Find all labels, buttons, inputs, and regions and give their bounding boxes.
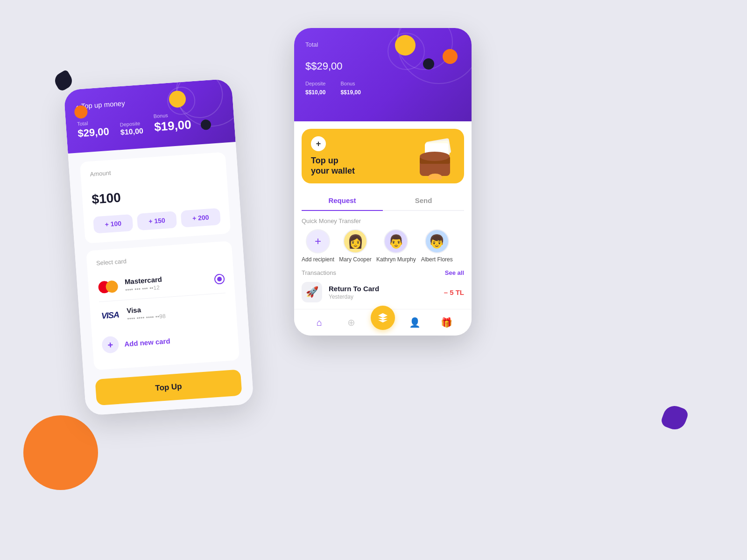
visa-logo: VISA <box>99 308 121 323</box>
rh-bonus-value: $$19,00 <box>340 86 360 97</box>
wallet-illustration <box>413 138 455 175</box>
rh-orange-blob <box>443 49 458 64</box>
rh-deposit-value: $$10,00 <box>305 86 325 97</box>
amount-buttons: + 100 + 150 + 200 <box>93 208 221 234</box>
visa-text: VISA <box>101 310 119 321</box>
rh-yellow-blob <box>395 35 416 56</box>
albert-avatar: 👦 <box>425 229 449 253</box>
bonus-value: $19,00 <box>154 118 191 134</box>
transaction-item-1[interactable]: 🚀 Return To Card Yesterday – 5 TL <box>302 282 464 302</box>
recipient-kathryn[interactable]: 👨 Kathryn Murphy <box>376 229 416 263</box>
tabs-row: Request Send <box>302 191 464 211</box>
nav-search[interactable]: ⊕ <box>335 317 367 328</box>
rh-bonus-label: Bonus <box>340 81 360 86</box>
right-phone-header: Total $$29,00 Deposite $$10,00 Bonus $$1… <box>294 28 472 121</box>
nav-profile[interactable]: 👤 <box>399 317 430 328</box>
left-phone-body: Amount $100 + 100 + 150 + 200 Select car… <box>68 142 254 416</box>
mary-avatar: 👩 <box>343 229 367 253</box>
layers-icon <box>377 312 388 323</box>
mc-orange-circle <box>106 280 119 293</box>
add-recipient-avatar: + <box>306 229 330 253</box>
wallet-card-title: Top up your wallet <box>311 156 355 176</box>
blob-purple <box>660 403 690 433</box>
quick-transfer-label: Quick Money Transfer <box>302 217 464 224</box>
topup-button[interactable]: Top Up <box>95 369 242 406</box>
left-phone-header: ‹ Top up money Total $29,00 Deposite $10… <box>63 78 236 154</box>
tx-info-1: Return To Card Yesterday <box>329 285 437 300</box>
tab-send[interactable]: Send <box>383 191 464 210</box>
nav-center[interactable] <box>367 315 399 330</box>
wallet-card-left: + Top up your wallet <box>311 136 355 176</box>
recipient-mary[interactable]: 👩 Mary Cooper <box>339 229 372 263</box>
add-card-icon: + <box>101 336 119 354</box>
recipients-row: + Add recipient 👩 Mary Cooper 👨 Kathryn … <box>294 229 472 263</box>
wallet-title-line1: Top up <box>311 156 338 165</box>
deposit-label: Deposite <box>120 120 143 127</box>
transactions-header: Transactions See all <box>302 269 464 276</box>
select-card-label: Select card <box>96 251 223 266</box>
add-card-label: Add new card <box>124 336 170 348</box>
radio-selected <box>217 276 222 281</box>
total-value: $29,00 <box>78 126 110 140</box>
blob-black <box>52 69 75 92</box>
nav-home[interactable]: ⌂ <box>303 317 335 328</box>
tab-send-label: Send <box>415 196 432 204</box>
search-icon: ⊕ <box>347 317 355 328</box>
visa-info: Visa •••• •••• •••• ••98 <box>127 300 227 322</box>
see-all-button[interactable]: See all <box>445 269 464 276</box>
deposit-value: $10,00 <box>120 127 143 137</box>
nav-center-button[interactable] <box>371 306 395 330</box>
transactions-label: Transactions <box>302 269 336 276</box>
amount-btn-150[interactable]: + 150 <box>137 211 177 231</box>
rh-deposit-label: Deposite <box>305 81 325 86</box>
tx-name-1: Return To Card <box>329 285 437 293</box>
tx-date-1: Yesterday <box>329 294 437 300</box>
amount-section: Amount $100 + 100 + 150 + 200 <box>80 152 231 244</box>
profile-icon: 👤 <box>409 317 421 328</box>
rh-black-blob <box>423 58 434 70</box>
rh-total-number: $29,00 <box>311 60 342 72</box>
transactions-section: Transactions See all 🚀 Return To Card Ye… <box>294 269 472 302</box>
tab-request-label: Request <box>328 196 356 204</box>
gift-icon: 🎁 <box>441 317 452 328</box>
tx-icon-1: 🚀 <box>302 282 322 302</box>
mastercard-info: Mastercard •••• ••• ••• ••12 <box>124 272 208 293</box>
recipient-albert[interactable]: 👦 Albert Flores <box>421 229 453 263</box>
deposit-stat: Deposite $10,00 <box>120 120 143 137</box>
rh-bonus-stat: Bonus $$19,00 <box>340 81 360 97</box>
mary-name: Mary Cooper <box>339 256 371 263</box>
amount-number: 100 <box>99 190 121 206</box>
add-recipient-label: Add recipient <box>302 256 334 263</box>
tab-request[interactable]: Request <box>302 191 383 211</box>
home-icon: ⌂ <box>317 317 322 328</box>
total-stat: Total $29,00 <box>77 119 110 140</box>
rh-bonus-val: $19,00 <box>344 89 361 96</box>
tx-amount-1: – 5 TL <box>444 288 464 296</box>
back-button-label: Top up money <box>81 99 125 110</box>
blob-orange <box>23 415 98 490</box>
albert-name: Albert Flores <box>421 256 453 263</box>
rh-deposit-stat: Deposite $$10,00 <box>305 81 325 97</box>
wallet-plus-icon: + <box>311 136 326 151</box>
right-phone: Total $$29,00 Deposite $$10,00 Bonus $$1… <box>294 28 472 336</box>
add-card-button[interactable]: + Add new card <box>101 326 171 360</box>
rh-deposit-val: $10,00 <box>309 89 326 96</box>
svg-point-5 <box>420 152 450 161</box>
amount-btn-200[interactable]: + 200 <box>181 208 221 228</box>
wallet-title-line2: your wallet <box>311 166 355 175</box>
mastercard-logo <box>98 279 119 294</box>
wallet-card[interactable]: + Top up your wallet <box>302 129 464 183</box>
select-card-section: Select card Mastercard •••• ••• ••• ••12… <box>86 241 240 370</box>
kathryn-name: Kathryn Murphy <box>376 256 416 263</box>
nav-gift[interactable]: 🎁 <box>430 317 462 328</box>
kathryn-avatar: 👨 <box>384 229 408 253</box>
left-phone: ‹ Top up money Total $29,00 Deposite $10… <box>63 78 254 415</box>
bottom-nav: ⌂ ⊕ 👤 🎁 <box>294 309 472 336</box>
mastercard-radio[interactable] <box>214 273 225 284</box>
add-recipient-item[interactable]: + Add recipient <box>302 229 334 263</box>
amount-display: $100 <box>91 173 219 210</box>
amount-btn-100[interactable]: + 100 <box>93 214 133 234</box>
